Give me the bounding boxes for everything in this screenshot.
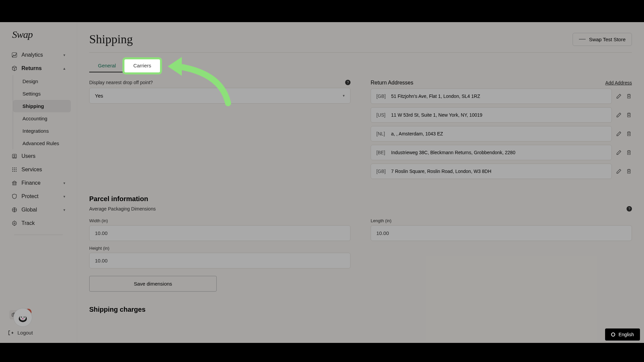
help-icon[interactable]: ? [627,206,632,212]
avg-dimensions-label-row: Average Packaging Dimensions ? [77,206,644,214]
sidebar-item-integrations[interactable]: Integrations [13,125,71,137]
language-icon [611,333,615,337]
address-country: [NL] [376,131,387,136]
chart-icon [11,52,17,58]
address-text: 7 Roslin Square, Roslin Road, London, W3… [391,169,491,174]
sidebar-item-track[interactable]: Track [6,217,71,230]
dimensions-grid: Width (in) Height (in) Length (in) [77,214,644,268]
svg-point-4 [14,168,15,169]
edit-icon[interactable] [616,131,622,137]
chevron-down-icon: ▾ [343,94,345,98]
tab-general[interactable]: General [89,59,124,72]
address-text: 51 Fitzjohn's Ave, Flat 1, London, SL4 1… [391,94,480,99]
chevron-down-icon: ▾ [63,53,65,57]
main-content: Shipping Swap Test Store General Carrier… [77,22,644,343]
address-text: 11 W 53rd St, Suite 1, New York, NY, 100… [391,112,482,118]
shield-icon [11,193,17,199]
sidebar-item-label: Services [21,167,42,173]
trash-icon[interactable] [626,131,632,137]
sidebar-item-finance[interactable]: Finance ▾ [6,176,71,190]
edit-icon[interactable] [616,149,622,156]
letterbox-bottom [0,343,644,362]
sidebar-item-design[interactable]: Design [13,75,71,87]
svg-point-7 [14,169,15,170]
sidebar-item-shipping[interactable]: Shipping [13,100,71,112]
dropoff-column: Display nearest drop off point? ? Yes ▾ [89,80,351,182]
address-box: [BE]Industrieweg 38C, Bleckmann Returns,… [371,145,612,160]
address-row: [GB]51 Fitzjohn's Ave, Flat 1, London, S… [371,88,632,104]
trash-icon[interactable] [626,112,632,118]
sidebar-item-advanced-rules[interactable]: Advanced Rules [13,137,71,149]
address-text: Industrieweg 38C, Bleckmann Returns, Gro… [391,150,515,155]
page-header: Shipping Swap Test Store [77,22,644,52]
brand-logo: Swap [0,29,77,48]
dimensions-right: Length (in) [371,214,632,268]
trash-icon[interactable] [626,168,632,174]
language-selector[interactable]: English [605,328,640,341]
dropoff-select[interactable]: Yes ▾ [89,88,351,104]
length-input[interactable] [371,225,632,241]
tab-carriers[interactable]: Carriers [124,59,160,72]
sidebar-item-settings[interactable]: Settings [13,87,71,100]
svg-point-9 [12,171,13,172]
length-label: Length (in) [371,218,632,223]
sidebar-item-returns[interactable]: Returns ▴ [6,62,71,75]
sidebar-item-global[interactable]: Global ▾ [6,203,71,217]
page-title: Shipping [89,32,133,46]
address-row: [GB]7 Roslin Square, Roslin Road, London… [371,164,632,179]
dropoff-value: Yes [95,93,103,99]
language-label: English [619,332,634,337]
letterbox-top [0,0,644,22]
svg-point-11 [16,171,17,172]
mascot-avatar[interactable] [13,308,32,327]
sidebar-nav: Analytics ▾ Returns ▴ Design Settings Sh… [0,48,77,327]
sidebar-item-label: Settings [22,91,41,97]
sidebar-item-label: Users [21,153,36,159]
dropoff-label-row: Display nearest drop off point? ? [89,80,351,85]
sidebar-item-analytics[interactable]: Analytics ▾ [6,48,71,62]
bank-icon [11,180,17,186]
grid-icon [11,167,17,173]
width-input[interactable] [89,225,351,241]
sidebar-item-label: Finance [21,180,41,186]
trash-icon[interactable] [626,149,632,156]
edit-icon[interactable] [616,93,622,99]
sidebar-item-accounting[interactable]: Accounting [13,112,71,125]
edit-icon[interactable] [616,168,622,174]
addresses-title: Return Addresses [371,80,413,86]
avg-dimensions-label: Average Packaging Dimensions [89,206,156,212]
sidebar-bottom: Logout [0,327,77,343]
trash-icon[interactable] [626,93,632,99]
sidebar-item-label: Track [21,220,35,226]
logout-label: Logout [17,330,33,336]
sidebar-item-services[interactable]: Services [6,163,71,176]
edit-icon[interactable] [616,112,622,118]
sidebar: Swap Analytics ▾ Returns ▴ Design Settin… [0,22,77,343]
save-dimensions-button[interactable]: Save dimensions [89,276,217,292]
height-label: Height (in) [89,246,351,251]
returns-submenu: Design Settings Shipping Accounting Inte… [13,75,71,149]
add-address-link[interactable]: Add Address [605,80,632,85]
sidebar-item-label: Integrations [22,128,49,134]
width-label: Width (in) [89,218,351,223]
address-country: [BE] [376,150,387,155]
svg-point-10 [14,171,15,172]
help-icon[interactable]: ? [345,80,351,85]
svg-point-21 [22,318,23,319]
user-icon [11,153,17,159]
sidebar-item-protect[interactable]: Protect ▾ [6,190,71,203]
general-section: Display nearest drop off point? ? Yes ▾ … [77,72,644,182]
chevron-down-icon: ▾ [63,194,65,199]
addresses-header: Return Addresses Add Address [371,80,632,86]
addresses-column: Return Addresses Add Address [GB]51 Fitz… [371,80,632,182]
store-selector[interactable]: Swap Test Store [573,33,632,46]
logout-button[interactable]: Logout [8,327,69,338]
sidebar-item-label: Global [21,207,37,213]
sidebar-item-label: Design [22,78,38,84]
svg-point-3 [12,168,13,169]
sidebar-item-label: Advanced Rules [22,140,59,146]
address-row: [BE]Industrieweg 38C, Bleckmann Returns,… [371,145,632,160]
store-name: Swap Test Store [589,37,626,42]
sidebar-item-users[interactable]: Users [6,149,71,163]
height-input[interactable] [89,253,351,268]
